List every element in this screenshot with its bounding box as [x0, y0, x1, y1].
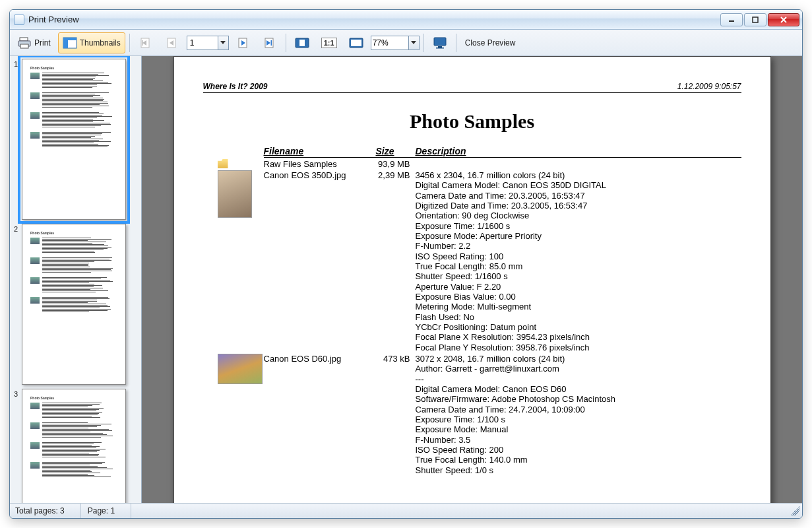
photo-thumbnail — [203, 354, 264, 384]
description-line: Focal Plane Y Resolution: 3958.76 pixels… — [416, 343, 741, 352]
minimize-button[interactable] — [720, 13, 743, 26]
page-title: Photo Samples — [203, 110, 741, 133]
last-page-button[interactable] — [258, 32, 282, 53]
svg-rect-7 — [63, 38, 77, 40]
separator — [423, 34, 424, 52]
folder-icon — [203, 159, 264, 168]
svg-rect-20 — [436, 48, 444, 49]
page-number-input[interactable] — [187, 36, 218, 50]
resize-grip[interactable] — [790, 506, 799, 515]
print-preview-window: Print Preview Print Thumbnails — [9, 9, 803, 519]
status-bar: Total pages: 3 Page: 1 — [10, 503, 802, 518]
one-to-one-label: 1:1 — [321, 38, 337, 48]
titlebar[interactable]: Print Preview — [10, 10, 802, 30]
description-line: Exposure Time: 1/1600 s — [416, 221, 741, 231]
thumbnail-page[interactable]: Photo Samples — [22, 389, 126, 503]
file-entry: Raw Files Samples93,9 MB — [203, 159, 741, 169]
entry-size: 2,39 MB — [376, 170, 416, 180]
zoom-dropdown-icon[interactable] — [409, 36, 420, 50]
description-line: Orientation: 90 deg Clockwise — [416, 211, 741, 220]
app-icon — [14, 15, 24, 25]
thumbnail-item[interactable]: 3Photo Samples — [13, 389, 139, 503]
entry-filename: Raw Files Samples — [264, 159, 376, 169]
description-line: F-Number: 2.2 — [416, 241, 741, 251]
description-line: Author: Garrett - garrett@linuxart.com — [416, 364, 741, 374]
thumbnail-number: 3 — [14, 390, 18, 398]
description-line: True Focal Length: 140.0 mm — [416, 455, 741, 465]
maximize-button[interactable] — [744, 13, 766, 26]
file-entry: Canon EOS D60.jpg473 kB3072 x 2048, 16.7… — [203, 354, 741, 475]
fit-width-button[interactable] — [344, 32, 368, 53]
thumbnail-page[interactable]: Photo Samples — [22, 224, 126, 385]
svg-rect-17 — [351, 40, 361, 46]
header-left: Where Is It? 2009 — [203, 82, 268, 91]
col-description: Description — [416, 146, 741, 156]
description-line: Digital Camera Model: Canon EOS D60 — [416, 384, 741, 394]
thumbnail-page[interactable]: Photo Samples — [22, 59, 126, 220]
entry-size: 93,9 MB — [376, 159, 416, 169]
col-size: Size — [376, 146, 416, 156]
description-line: Shutter Speed: 1/1600 s — [416, 271, 741, 281]
column-headers: Filename Size Description — [264, 146, 741, 158]
page-dropdown-icon[interactable] — [218, 36, 229, 50]
svg-rect-15 — [299, 40, 305, 46]
print-button[interactable]: Print — [13, 32, 55, 53]
description-line: ISO Speed Rating: 100 — [416, 251, 741, 261]
page-number-field[interactable] — [187, 36, 229, 50]
description-line: 3456 x 2304, 16.7 million colors (24 bit… — [416, 170, 741, 180]
prev-page-icon — [165, 36, 179, 50]
printer-icon — [17, 36, 32, 50]
content-area: 1Photo Samples2Photo Samples3Photo Sampl… — [10, 56, 802, 503]
description-line: True Focal Length: 85.0 mm — [416, 261, 741, 271]
thumbnail-item[interactable]: 1Photo Samples — [13, 59, 139, 220]
close-button[interactable] — [768, 13, 799, 26]
description-line: Aperture Value: F 2.20 — [416, 282, 741, 292]
preview-page: Where Is It? 2009 1.12.2009 9:05:57 Phot… — [173, 56, 771, 503]
entry-description: 3072 x 2048, 16.7 million colors (24 bit… — [416, 354, 741, 475]
thumbnail-item[interactable]: 2Photo Samples — [13, 224, 139, 385]
toolbar: Print Thumbnails — [10, 30, 802, 56]
status-current-page: Page: 1 — [88, 504, 131, 518]
actual-size-button[interactable]: 1:1 — [317, 32, 342, 53]
prev-page-button[interactable] — [160, 32, 184, 53]
fit-page-button[interactable] — [290, 32, 314, 53]
description-line: --- — [416, 374, 741, 384]
svg-rect-4 — [20, 44, 28, 48]
description-line: Software/Firmware: Adobe Photoshop CS Ma… — [416, 394, 741, 404]
first-page-icon — [139, 36, 153, 50]
svg-rect-9 — [142, 40, 143, 46]
svg-rect-1 — [753, 17, 758, 22]
description-line: F-Number: 3.5 — [416, 435, 741, 445]
svg-rect-13 — [270, 40, 272, 46]
zoom-field[interactable] — [371, 36, 420, 50]
file-entry: Canon EOS 350D.jpg2,39 MB3456 x 2304, 16… — [203, 170, 741, 352]
separator — [129, 34, 130, 52]
zoom-input[interactable] — [371, 36, 409, 50]
fit-width-icon — [349, 36, 363, 50]
monitor-icon — [433, 36, 447, 50]
next-page-button[interactable] — [232, 32, 255, 53]
page-scroll[interactable]: Where Is It? 2009 1.12.2009 9:05:57 Phot… — [142, 56, 802, 503]
fit-page-icon — [295, 36, 309, 50]
first-page-button[interactable] — [134, 32, 158, 53]
entry-filename: Canon EOS 350D.jpg — [264, 170, 376, 180]
description-line: Focal Plane X Resolution: 3954.23 pixels… — [416, 332, 741, 342]
next-page-icon — [236, 36, 251, 50]
description-line: Digitized Date and Time: 20.3.2005, 16:5… — [416, 201, 741, 211]
status-total-pages: Total pages: 3 — [15, 504, 81, 518]
close-preview-label: Close Preview — [465, 38, 516, 48]
window-title: Print Preview — [28, 15, 719, 24]
svg-rect-18 — [434, 38, 446, 46]
thumbnail-number: 2 — [14, 225, 18, 233]
fullscreen-button[interactable] — [428, 32, 452, 53]
entry-description: 3456 x 2304, 16.7 million colors (24 bit… — [416, 170, 741, 352]
entry-size: 473 kB — [376, 354, 416, 364]
description-line: Shutter Speed: 1/0 s — [416, 465, 741, 475]
thumbnails-button[interactable]: Thumbnails — [58, 32, 125, 53]
close-preview-button[interactable]: Close Preview — [460, 32, 520, 53]
photo-thumbnail — [203, 170, 264, 218]
description-line: YCbCr Positioning: Datum point — [416, 322, 741, 332]
thumbnails-scroll[interactable]: 1Photo Samples2Photo Samples3Photo Sampl… — [10, 56, 141, 503]
description-line: Metering Mode: Multi-segment — [416, 302, 741, 312]
separator — [456, 34, 456, 52]
